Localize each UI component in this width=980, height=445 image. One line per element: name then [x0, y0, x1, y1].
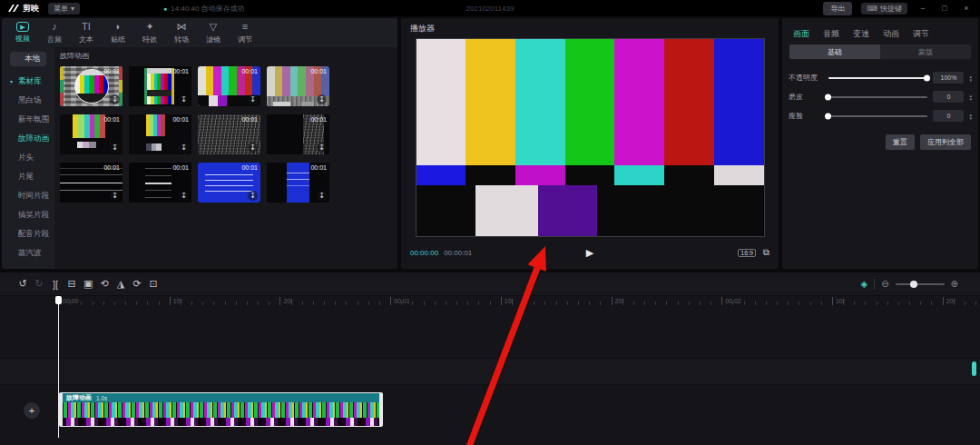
- media-tab-transition[interactable]: ⋈ 转场: [172, 21, 191, 47]
- inspector-tab-speed[interactable]: 变速: [853, 25, 869, 42]
- undo-icon[interactable]: ↺: [18, 278, 27, 290]
- download-icon[interactable]: ↧: [110, 191, 120, 201]
- zoom-slider-handle[interactable]: [910, 281, 917, 288]
- media-tab-filter[interactable]: ▽ 滤镜: [203, 21, 223, 47]
- thumbnail-testcard-narrow[interactable]: 00:01 ↧: [129, 66, 191, 106]
- value-stepper[interactable]: ▴ ▾: [969, 113, 972, 120]
- download-icon[interactable]: ↧: [317, 143, 327, 153]
- timeline-ruler[interactable]: 00:0010f20f00:0110f20f00:0210f20f: [0, 296, 980, 307]
- media-tab-text[interactable]: TI 文本: [76, 21, 96, 47]
- media-tab-effects[interactable]: ✦ 特效: [140, 21, 160, 47]
- zoom-in-icon[interactable]: ⊕: [951, 279, 958, 289]
- close-button[interactable]: ×: [960, 4, 973, 13]
- thumbnail-lines[interactable]: 00:01 ↧: [60, 163, 122, 203]
- stepper-down-icon[interactable]: ▾: [969, 116, 972, 120]
- property-value[interactable]: 100%: [933, 72, 964, 84]
- sidebar-item-dubbing-clips[interactable]: 配音片段: [2, 224, 54, 243]
- shortcuts-button[interactable]: ⌨ 快捷键: [861, 3, 907, 15]
- media-tab-audio[interactable]: ♪ 音频: [44, 21, 64, 47]
- menu-button[interactable]: 菜单 ▾: [48, 3, 80, 15]
- download-icon[interactable]: ↧: [179, 191, 189, 201]
- inspector-tab-adjust[interactable]: 调节: [913, 25, 929, 42]
- snap-icon[interactable]: ◈: [861, 279, 868, 289]
- add-media-button[interactable]: +: [24, 402, 40, 419]
- sidebar-item-funny-clips[interactable]: 搞笑片段: [2, 205, 54, 224]
- slider-handle[interactable]: [924, 74, 930, 81]
- inspector-tab-animation[interactable]: 动画: [883, 25, 899, 42]
- playhead[interactable]: [58, 296, 59, 438]
- subtab-basic[interactable]: 基础: [789, 44, 880, 59]
- download-icon[interactable]: ↧: [248, 143, 258, 153]
- delete-icon[interactable]: ⊟: [67, 278, 76, 290]
- download-icon[interactable]: ↧: [110, 94, 120, 104]
- inspector-tab-audio[interactable]: 音频: [823, 25, 839, 42]
- property-value[interactable]: 0: [933, 110, 964, 122]
- media-tab-video[interactable]: ▶ 视频: [13, 21, 33, 47]
- apply-to-all-button[interactable]: 应用到全部: [920, 134, 971, 150]
- duration-badge: 00:01: [103, 116, 120, 123]
- thumbnail-bluescreen[interactable]: 00:01 ↧: [198, 163, 260, 203]
- thumbnail-bluescreen-narrow[interactable]: 00:01 ↧: [267, 163, 329, 203]
- sidebar-item-black-white[interactable]: 黑白场: [2, 91, 54, 110]
- thumbnail-testcard[interactable]: 00:01 ↧: [60, 66, 122, 106]
- download-icon[interactable]: ↧: [317, 94, 327, 104]
- maximize-button[interactable]: □: [938, 4, 951, 13]
- reverse-icon[interactable]: ⟲: [100, 278, 109, 290]
- timeline-zoom-slider[interactable]: [896, 283, 945, 285]
- property-value[interactable]: 0: [933, 91, 964, 103]
- minimize-button[interactable]: −: [916, 4, 929, 13]
- fullscreen-icon[interactable]: ⧉: [763, 247, 769, 258]
- sidebar-item-time-clips[interactable]: 时间片段: [2, 186, 54, 205]
- thumbnail-bars-bright[interactable]: 00:01 ↧: [198, 66, 260, 106]
- redo-icon[interactable]: ↻: [34, 278, 44, 290]
- stepper-down-icon[interactable]: ▾: [969, 97, 972, 101]
- zoom-out-icon[interactable]: ⊖: [881, 279, 888, 289]
- thumbnail-noise-narrow[interactable]: 00:01 ↧: [267, 114, 329, 154]
- sidebar-item-local[interactable]: 本地: [10, 52, 46, 66]
- sidebar-item-vaporwave[interactable]: 蒸汽波: [2, 243, 54, 262]
- property-slider[interactable]: [828, 96, 927, 98]
- property-slider[interactable]: [828, 77, 927, 79]
- thumbnail-bars-gray[interactable]: 00:01 ↧: [267, 66, 329, 106]
- sidebar-item-new-year[interactable]: 新年氛围: [2, 110, 54, 129]
- download-icon[interactable]: ↧: [110, 143, 120, 153]
- export-button[interactable]: 导出: [823, 2, 852, 15]
- download-icon[interactable]: ↧: [317, 191, 327, 201]
- thumbnail-noise[interactable]: 00:01 ↧: [198, 114, 260, 154]
- timeline-clip[interactable]: 故障动画 1.0s: [59, 392, 383, 427]
- media-tab-adjust[interactable]: ≡ 调节: [235, 21, 255, 47]
- sidebar-item-library[interactable]: ▾ 素材库: [2, 72, 54, 91]
- media-tab-sticker[interactable]: ◗ 贴纸: [108, 21, 128, 47]
- mirror-icon[interactable]: ◮: [116, 278, 125, 290]
- sidebar-item-outro[interactable]: 片尾: [2, 167, 54, 186]
- playhead-handle[interactable]: [55, 296, 62, 304]
- vertical-scrollbar-thumb[interactable]: [972, 361, 976, 376]
- download-icon[interactable]: ↧: [248, 94, 258, 104]
- download-icon[interactable]: ↧: [248, 191, 258, 201]
- transition-icon: ⋈: [177, 21, 187, 33]
- sidebar-item-intro[interactable]: 片头: [2, 148, 54, 167]
- aspect-ratio-button[interactable]: 16:9: [738, 249, 756, 257]
- slider-handle[interactable]: [825, 94, 831, 100]
- value-stepper[interactable]: ▴ ▾: [969, 94, 972, 101]
- slider-handle[interactable]: [825, 113, 831, 119]
- freeze-frame-icon[interactable]: ▣: [83, 278, 93, 290]
- thumbnail-bars-partial[interactable]: 00:01 ↧: [60, 114, 122, 154]
- thumbnail-lines-narrow[interactable]: 00:01 ↧: [129, 163, 191, 203]
- property-label: 磨皮: [789, 92, 823, 102]
- value-stepper[interactable]: ▴ ▾: [969, 74, 972, 82]
- subtab-mask[interactable]: 蒙版: [880, 44, 971, 59]
- crop-icon[interactable]: ⊡: [149, 278, 158, 290]
- inspector-tab-picture[interactable]: 画面: [793, 25, 809, 42]
- duration-badge: 00:01: [103, 68, 120, 74]
- sidebar-item-glitch[interactable]: 故障动画: [2, 129, 54, 148]
- reset-button[interactable]: 重置: [886, 134, 915, 150]
- download-icon[interactable]: ↧: [179, 143, 189, 153]
- stepper-down-icon[interactable]: ▾: [969, 78, 972, 82]
- play-button[interactable]: ▶: [586, 247, 593, 259]
- rotate-icon[interactable]: ⟳: [132, 278, 142, 290]
- download-icon[interactable]: ↧: [179, 94, 189, 104]
- split-icon[interactable]: ][: [51, 278, 60, 290]
- property-slider[interactable]: [828, 115, 927, 117]
- thumbnail-bars-partial-narrow[interactable]: 00:01 ↧: [129, 114, 191, 154]
